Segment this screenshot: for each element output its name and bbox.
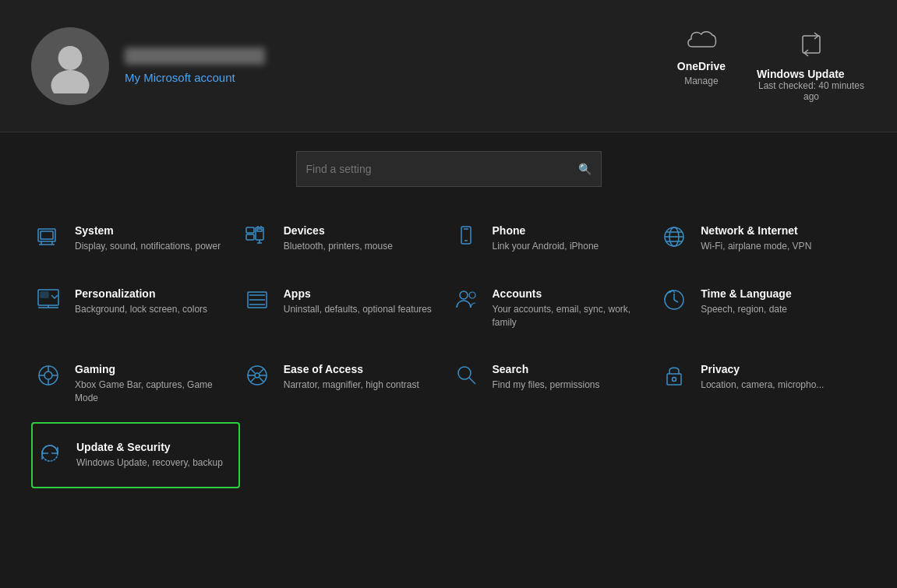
ease-text: Ease of Access Narrator, magnifier, high… [284,363,419,392]
accounts-icon [452,287,480,312]
personalization-text: Personalization Background, lock screen,… [75,287,207,316]
setting-item-phone[interactable]: Phone Link your Android, iPhone [449,207,658,270]
svg-point-50 [673,378,676,382]
svg-point-38 [44,371,52,379]
update-icon [36,441,64,466]
apps-desc: Uninstall, defaults, optional features [284,303,432,316]
setting-item-accounts[interactable]: Accounts Your accounts, email, sync, wor… [449,270,658,347]
gaming-icon [34,363,62,388]
privacy-icon [660,363,688,388]
network-icon [660,224,688,249]
setting-item-time[interactable]: Time & Language Speech, region, date [657,270,866,347]
time-title: Time & Language [701,287,791,300]
search-bar-area: 🔍 [0,132,897,199]
setting-item-system[interactable]: System Display, sound, notifications, po… [31,207,240,270]
windows-update-sub: Last checked: 40 minutes ago [757,80,866,102]
onedrive-title: OneDrive [677,60,726,72]
windows-update-item[interactable]: Windows Update Last checked: 40 minutes … [757,30,866,102]
apps-title: Apps [284,287,432,300]
devices-icon [243,224,271,249]
onedrive-item[interactable]: OneDrive Manage [677,30,726,102]
accounts-text: Accounts Your accounts, email, sync, wor… [493,287,645,329]
microsoft-account-link[interactable]: My Microsoft account [125,71,235,84]
personalization-icon [34,287,62,312]
svg-line-36 [674,300,678,302]
phone-desc: Link your Android, iPhone [493,240,599,253]
svg-point-47 [458,367,471,379]
onedrive-sub: Manage [684,76,718,86]
personalization-desc: Background, lock screen, colors [75,303,207,316]
update-text: Update & Security Windows Update, recove… [76,441,223,470]
windows-update-title: Windows Update [757,68,845,80]
setting-item-ease[interactable]: Ease of Access Narrator, magnifier, high… [240,346,449,422]
devices-title: Devices [284,224,393,237]
svg-point-32 [460,291,468,299]
phone-icon [452,224,480,249]
search-desc: Find my files, permissions [493,379,600,392]
user-name-blurred [125,48,265,65]
svg-rect-8 [246,227,254,233]
setting-item-apps[interactable]: Apps Uninstall, defaults, optional featu… [240,270,449,347]
ease-desc: Narrator, magnifier, high contrast [284,379,419,392]
search-icon[interactable]: 🔍 [578,163,592,175]
header-items: OneDrive Manage Windows Update Last chec… [677,30,866,102]
setting-item-personalization[interactable]: Personalization Background, lock screen,… [31,270,240,347]
user-section: My Microsoft account [31,27,677,105]
setting-item-network[interactable]: Network & Internet Wi-Fi, airplane mode,… [657,207,866,270]
phone-title: Phone [493,224,599,237]
search-box: 🔍 [296,151,602,187]
svg-point-0 [58,46,83,70]
svg-rect-2 [803,36,820,53]
update-title: Update & Security [76,441,223,453]
svg-point-1 [51,69,90,93]
system-desc: Display, sound, notifications, power [75,240,221,253]
time-desc: Speech, region, date [701,303,791,316]
network-text: Network & Internet Wi-Fi, airplane mode,… [701,224,811,253]
onedrive-icon [686,30,717,57]
gaming-title: Gaming [75,363,228,375]
network-desc: Wi-Fi, airplane mode, VPN [701,240,811,253]
svg-rect-25 [41,292,48,298]
privacy-desc: Location, camera, micropho... [701,379,824,392]
svg-line-48 [469,378,475,384]
svg-rect-7 [41,231,53,239]
network-title: Network & Internet [701,224,811,237]
setting-item-devices[interactable]: Devices Bluetooth, printers, mouse [240,207,449,270]
search-title: Search [493,363,600,375]
settings-grid: System Display, sound, notifications, po… [0,199,897,496]
windows-update-icon [796,30,826,65]
phone-text: Phone Link your Android, iPhone [493,224,599,253]
svg-point-33 [469,292,475,298]
avatar [31,27,109,105]
update-desc: Windows Update, recovery, backup [76,456,223,470]
gaming-text: Gaming Xbox Game Bar, captures, Game Mod… [75,363,228,405]
personalization-title: Personalization [75,287,207,300]
devices-text: Devices Bluetooth, printers, mouse [284,224,393,253]
setting-item-search[interactable]: Search Find my files, permissions [449,346,658,422]
time-text: Time & Language Speech, region, date [701,287,791,316]
setting-item-update[interactable]: Update & Security Windows Update, recove… [31,422,240,488]
accounts-title: Accounts [493,287,645,300]
user-info: My Microsoft account [125,48,265,85]
setting-item-gaming[interactable]: Gaming Xbox Game Bar, captures, Game Mod… [31,346,240,422]
privacy-text: Privacy Location, camera, micropho... [701,363,824,392]
system-text: System Display, sound, notifications, po… [75,224,221,253]
gaming-desc: Xbox Game Bar, captures, Game Mode [75,379,228,405]
devices-desc: Bluetooth, printers, mouse [284,240,393,253]
time-icon [660,287,688,312]
accounts-desc: Your accounts, email, sync, work, family [493,303,645,329]
search-icon [452,363,480,388]
svg-rect-15 [257,229,262,231]
ease-icon [243,363,271,388]
system-icon [34,224,62,249]
search-text: Search Find my files, permissions [493,363,600,392]
system-title: System [75,224,221,237]
apps-icon [243,287,271,312]
setting-item-privacy[interactable]: Privacy Location, camera, micropho... [657,346,866,422]
svg-rect-49 [667,374,681,385]
svg-rect-9 [246,234,254,240]
privacy-title: Privacy [701,363,824,375]
search-input[interactable] [306,163,572,175]
apps-text: Apps Uninstall, defaults, optional featu… [284,287,432,316]
header: My Microsoft account OneDrive Manage [0,0,897,132]
